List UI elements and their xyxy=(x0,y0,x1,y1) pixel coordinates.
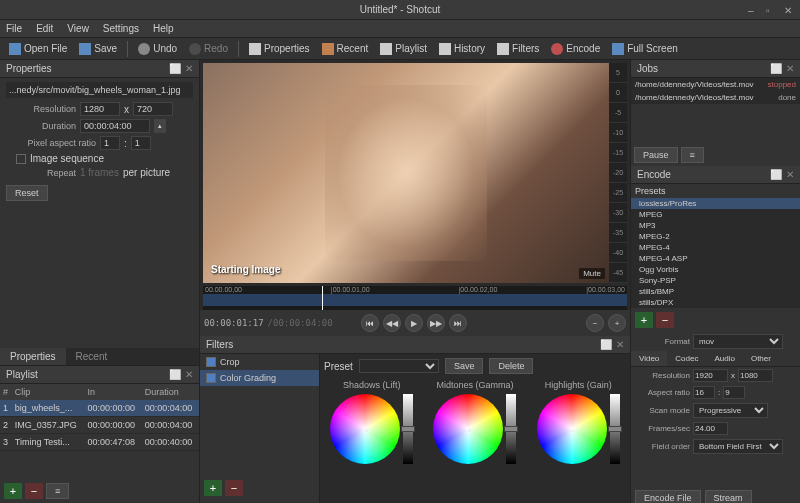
job-row[interactable]: /home/ddennedy/Videos/test.movdone xyxy=(631,91,800,104)
save-button[interactable]: Save xyxy=(74,41,122,57)
scan-mode-select[interactable]: Progressive xyxy=(693,403,768,418)
preset-item[interactable]: lossless/ProRes xyxy=(631,198,800,209)
preset-item[interactable]: MPEG-4 xyxy=(631,242,800,253)
menu-settings[interactable]: Settings xyxy=(103,23,139,34)
table-row[interactable]: 2IMG_0357.JPG00:00:00:0000:00:04:00 xyxy=(0,416,199,433)
open-file-button[interactable]: Open File xyxy=(4,41,72,57)
menu-edit[interactable]: Edit xyxy=(36,23,53,34)
tab-properties[interactable]: Properties xyxy=(0,348,66,365)
preset-item[interactable]: MPEG-2 xyxy=(631,231,800,242)
preset-item[interactable]: stills/BMP xyxy=(631,286,800,297)
panel-close-icon[interactable]: ✕ xyxy=(185,63,193,74)
enc-tab-codec[interactable]: Codec xyxy=(667,351,706,366)
redo-button[interactable]: Redo xyxy=(184,41,233,57)
enc-tab-video[interactable]: Video xyxy=(631,351,667,366)
imgseq-checkbox[interactable] xyxy=(16,154,26,164)
forward-button[interactable]: ▶▶ xyxy=(427,314,445,332)
checkbox-icon[interactable] xyxy=(206,357,216,367)
undock-icon[interactable]: ⬜ xyxy=(169,63,181,74)
table-row[interactable]: 3Timing Testi...00:00:47:0800:00:40:00 xyxy=(0,433,199,450)
undo-button[interactable]: Undo xyxy=(133,41,182,57)
highlights-wheel[interactable] xyxy=(537,394,607,464)
filter-add-button[interactable]: + xyxy=(204,480,222,496)
checkbox-icon[interactable] xyxy=(206,373,216,383)
enc-aspect-b[interactable] xyxy=(723,386,745,399)
encode-file-button[interactable]: Encode File xyxy=(635,490,701,503)
panel-close-icon[interactable]: ✕ xyxy=(185,369,193,380)
panel-close-icon[interactable]: ✕ xyxy=(786,63,794,74)
undock-icon[interactable]: ⬜ xyxy=(770,169,782,180)
duration-input[interactable] xyxy=(80,119,150,133)
filter-remove-button[interactable]: − xyxy=(225,480,243,496)
menu-view[interactable]: View xyxy=(67,23,89,34)
minimize-icon[interactable]: – xyxy=(748,5,758,15)
preset-item[interactable]: MPEG xyxy=(631,209,800,220)
play-button[interactable]: ▶ xyxy=(405,314,423,332)
par-a-input[interactable] xyxy=(100,136,120,150)
zoom-out-button[interactable]: − xyxy=(586,314,604,332)
enc-height-input[interactable] xyxy=(738,369,773,382)
maximize-icon[interactable]: ▫ xyxy=(766,5,776,15)
fullscreen-button[interactable]: Full Screen xyxy=(607,41,683,57)
jobs-menu-button[interactable]: ≡ xyxy=(681,147,704,163)
filter-crop[interactable]: Crop xyxy=(200,354,319,370)
preset-item[interactable]: stills/DPX xyxy=(631,297,800,308)
filters-button[interactable]: Filters xyxy=(492,41,544,57)
midtones-wheel[interactable] xyxy=(433,394,503,464)
close-icon[interactable]: ✕ xyxy=(784,5,794,15)
playlist-remove-button[interactable]: − xyxy=(25,483,43,499)
playlist-button[interactable]: Playlist xyxy=(375,41,432,57)
mute-button[interactable]: Mute xyxy=(579,268,605,279)
playlist-add-button[interactable]: + xyxy=(4,483,22,499)
preset-save-button[interactable]: Save xyxy=(445,358,484,374)
playlist-menu-button[interactable]: ≡ xyxy=(46,483,69,499)
reset-button[interactable]: Reset xyxy=(6,185,48,201)
rewind-button[interactable]: ◀◀ xyxy=(383,314,401,332)
zoom-in-button[interactable]: + xyxy=(608,314,626,332)
recent-button[interactable]: Recent xyxy=(317,41,374,57)
skip-start-button[interactable]: ⏮ xyxy=(361,314,379,332)
preset-item[interactable]: MP3 xyxy=(631,220,800,231)
preset-add-button[interactable]: + xyxy=(635,312,653,328)
undock-icon[interactable]: ⬜ xyxy=(169,369,181,380)
preset-select[interactable] xyxy=(359,359,439,373)
preset-item[interactable]: Ogg Vorbis xyxy=(631,264,800,275)
res-height-input[interactable] xyxy=(133,102,173,116)
panel-close-icon[interactable]: ✕ xyxy=(786,169,794,180)
menu-file[interactable]: File xyxy=(6,23,22,34)
filter-color-grading[interactable]: Color Grading xyxy=(200,370,319,386)
preset-item[interactable]: MPEG-4 ASP xyxy=(631,253,800,264)
undock-icon[interactable]: ⬜ xyxy=(600,339,612,350)
res-width-input[interactable] xyxy=(80,102,120,116)
panel-close-icon[interactable]: ✕ xyxy=(616,339,624,350)
duration-up[interactable]: ▴ xyxy=(154,119,166,133)
job-row[interactable]: /home/ddennedy/Videos/test.movstopped xyxy=(631,78,800,91)
preset-delete-button[interactable]: Delete xyxy=(489,358,533,374)
history-button[interactable]: History xyxy=(434,41,490,57)
enc-width-input[interactable] xyxy=(693,369,728,382)
properties-button[interactable]: Properties xyxy=(244,41,315,57)
highlights-slider[interactable] xyxy=(610,394,620,464)
tab-recent[interactable]: Recent xyxy=(66,348,118,365)
stream-button[interactable]: Stream xyxy=(705,490,752,503)
enc-tab-other[interactable]: Other xyxy=(743,351,779,366)
timeline[interactable]: 00.00.00,00|00.00.01,00|00.00.02,00|00.0… xyxy=(203,286,627,310)
preset-remove-button[interactable]: − xyxy=(656,312,674,328)
skip-end-button[interactable]: ⏭ xyxy=(449,314,467,332)
encode-button[interactable]: Encode xyxy=(546,41,605,57)
midtones-slider[interactable] xyxy=(506,394,516,464)
menu-help[interactable]: Help xyxy=(153,23,174,34)
enc-tab-audio[interactable]: Audio xyxy=(706,351,742,366)
playhead[interactable] xyxy=(322,286,323,310)
preview-image[interactable]: Starting Image Mute xyxy=(203,63,609,283)
preset-item[interactable]: Sony-PSP xyxy=(631,275,800,286)
shadows-slider[interactable] xyxy=(403,394,413,464)
fps-input[interactable] xyxy=(693,422,728,435)
par-b-input[interactable] xyxy=(131,136,151,150)
enc-aspect-a[interactable] xyxy=(693,386,715,399)
table-row[interactable]: 1big_wheels_...00:00:00:0000:00:04:00 xyxy=(0,400,199,417)
field-order-select[interactable]: Bottom Field First xyxy=(693,439,783,454)
undock-icon[interactable]: ⬜ xyxy=(770,63,782,74)
format-select[interactable]: mov xyxy=(693,334,783,349)
pause-button[interactable]: Pause xyxy=(634,147,678,163)
